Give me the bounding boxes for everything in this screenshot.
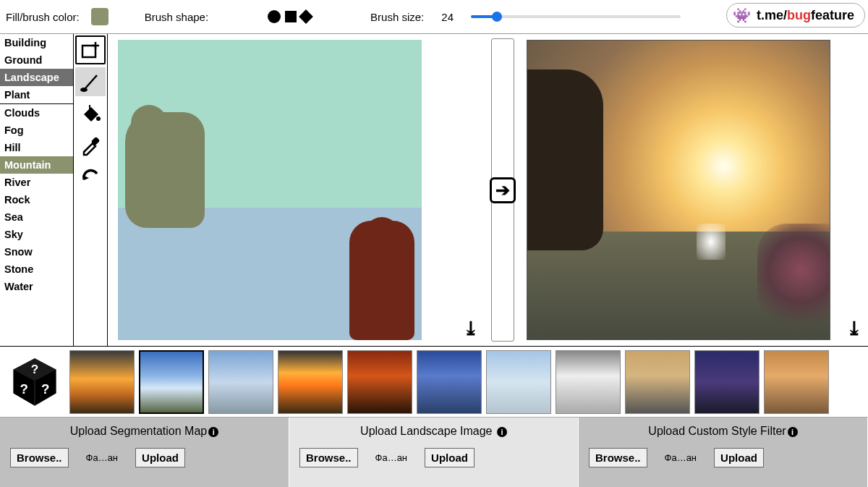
- canvas-column: ⤓: [108, 34, 485, 346]
- fill-bucket-tool[interactable]: [75, 99, 106, 128]
- svg-line-3: [85, 75, 97, 88]
- category-plant[interactable]: Plant: [0, 86, 73, 103]
- upload-style-panel: Upload Custom Style Filteri Browse.. Фа……: [579, 418, 868, 487]
- info-icon[interactable]: i: [497, 427, 507, 437]
- telegram-badge[interactable]: 👾 t.me/bugfeature: [726, 3, 865, 27]
- output-image: [527, 40, 830, 340]
- style-thumb-sunset2[interactable]: [278, 350, 343, 414]
- shape-circle-icon[interactable]: [268, 10, 281, 23]
- fill-color-label: Fill/brush color:: [6, 11, 80, 23]
- category-clouds[interactable]: Clouds: [0, 104, 73, 122]
- upload-landscape-title: Upload Landscape Image: [360, 425, 492, 437]
- category-hill[interactable]: Hill: [0, 139, 73, 156]
- upload-row: Upload Segmentation Mapi Browse.. Фа…ан …: [0, 418, 868, 487]
- shape-square-icon[interactable]: [285, 11, 297, 22]
- category-ground[interactable]: Ground: [0, 51, 73, 69]
- style-thumb-sunset3[interactable]: [347, 350, 412, 414]
- style-thumb-sea1[interactable]: [417, 350, 482, 414]
- category-rock[interactable]: Rock: [0, 191, 73, 208]
- style-thumb-clouds[interactable]: [139, 350, 204, 414]
- category-snow[interactable]: Snow: [0, 243, 73, 261]
- style-strip: ? ? ?: [0, 347, 868, 418]
- brush-tool[interactable]: [75, 67, 106, 96]
- generate-column: ➔: [485, 34, 521, 346]
- svg-text:?: ?: [20, 381, 27, 396]
- seg-filename: Фа…ан: [86, 452, 119, 463]
- upload-style-button[interactable]: Upload: [714, 448, 764, 467]
- svg-rect-0: [82, 46, 95, 57]
- info-icon[interactable]: i: [208, 427, 218, 437]
- download-canvas-icon[interactable]: ⤓: [463, 318, 479, 340]
- category-list: BuildingGroundLandscapePlant CloudsFogHi…: [0, 34, 74, 346]
- random-style-button[interactable]: ? ? ?: [4, 352, 65, 412]
- main-area: BuildingGroundLandscapePlant CloudsFogHi…: [0, 34, 868, 347]
- info-icon[interactable]: i: [788, 427, 798, 437]
- brush-size-slider[interactable]: [471, 11, 681, 22]
- download-output-icon[interactable]: ⤓: [846, 318, 862, 340]
- category-building[interactable]: Building: [0, 34, 73, 51]
- shape-diamond-icon[interactable]: [299, 9, 313, 24]
- category-fog[interactable]: Fog: [0, 122, 73, 139]
- space-invader-icon: 👾: [733, 7, 751, 24]
- eyedropper-tool[interactable]: [75, 131, 106, 160]
- upload-seg-title: Upload Segmentation Map: [70, 425, 207, 437]
- style-thumb-night[interactable]: [694, 350, 760, 414]
- svg-text:?: ?: [41, 381, 49, 396]
- brush-shape-label: Brush shape:: [145, 11, 208, 23]
- category-sea[interactable]: Sea: [0, 208, 73, 226]
- style-thumb-sunset4[interactable]: [764, 350, 829, 414]
- style-thumb-snow1[interactable]: [486, 350, 551, 414]
- upload-landscape-panel: Upload Landscape Image i Browse.. Фа…ан …: [289, 418, 579, 487]
- svg-point-4: [80, 88, 88, 92]
- output-column: ⤓: [521, 34, 868, 346]
- style-thumb-sky2[interactable]: [208, 350, 273, 414]
- brush-size-label: Brush size:: [370, 11, 424, 23]
- style-thumb-sunset1[interactable]: [69, 350, 135, 414]
- category-stone[interactable]: Stone: [0, 261, 73, 278]
- category-water[interactable]: Water: [0, 278, 73, 295]
- badge-prefix: t.me/: [757, 8, 787, 22]
- svg-text:?: ?: [31, 361, 38, 376]
- browse-style-button[interactable]: Browse..: [589, 448, 647, 467]
- color-swatch[interactable]: [91, 8, 109, 25]
- browse-landscape-button[interactable]: Browse..: [299, 448, 358, 467]
- upload-segmentation-panel: Upload Segmentation Mapi Browse.. Фа…ан …: [0, 418, 289, 487]
- topbar: Fill/brush color: Brush shape: Brush siz…: [0, 0, 868, 34]
- style-filename: Фа…ан: [665, 452, 697, 463]
- landscape-filename: Фа…ан: [375, 452, 408, 463]
- upload-seg-button[interactable]: Upload: [135, 448, 185, 467]
- upload-landscape-button[interactable]: Upload: [425, 448, 475, 467]
- badge-bug: bug: [787, 8, 811, 22]
- undo-tool[interactable]: [75, 163, 106, 192]
- browse-seg-button[interactable]: Browse..: [10, 448, 69, 467]
- style-thumb-snow2[interactable]: [556, 350, 621, 414]
- upload-style-title: Upload Custom Style Filter: [648, 425, 786, 437]
- svg-point-5: [96, 117, 101, 121]
- segmentation-canvas[interactable]: [118, 40, 422, 340]
- category-river[interactable]: River: [0, 174, 73, 191]
- style-thumb-clouds2[interactable]: [625, 350, 690, 414]
- category-sky[interactable]: Sky: [0, 226, 73, 243]
- brush-shape-group: [268, 10, 311, 23]
- badge-feature: feature: [811, 8, 854, 22]
- generate-button[interactable]: ➔: [490, 177, 516, 203]
- add-rectangle-tool[interactable]: [75, 35, 106, 64]
- category-mountain[interactable]: Mountain: [0, 156, 73, 174]
- category-landscape[interactable]: Landscape: [0, 69, 73, 86]
- tool-palette: [74, 34, 108, 346]
- brush-size-value: 24: [441, 11, 454, 23]
